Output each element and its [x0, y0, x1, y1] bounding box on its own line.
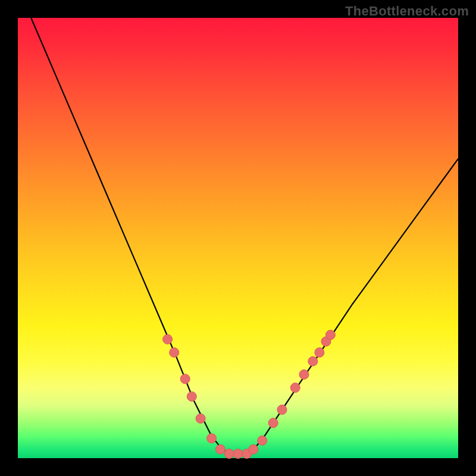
- gradient-plot-area: [18, 18, 458, 458]
- curve-marker: [180, 374, 190, 384]
- curve-layer: [18, 18, 458, 458]
- curve-marker: [268, 418, 278, 428]
- curve-markers-group: [163, 330, 336, 459]
- curve-marker: [163, 334, 173, 344]
- chart-frame: TheBottleneck.com: [0, 0, 476, 476]
- bottleneck-curve-path: [31, 18, 458, 454]
- curve-marker: [215, 444, 225, 454]
- curve-marker: [207, 434, 217, 443]
- curve-marker: [233, 449, 243, 459]
- curve-marker: [249, 444, 258, 454]
- curve-marker: [196, 414, 205, 423]
- curve-marker: [187, 392, 196, 401]
- curve-marker: [170, 347, 179, 357]
- curve-marker: [258, 436, 267, 445]
- curve-marker: [277, 405, 287, 415]
- curve-marker: [325, 330, 335, 340]
- watermark-text: TheBottleneck.com: [345, 4, 469, 19]
- curve-marker: [299, 369, 309, 379]
- curve-marker: [308, 356, 318, 366]
- curve-marker: [224, 449, 234, 459]
- curve-marker: [315, 347, 324, 357]
- curve-marker: [290, 383, 300, 393]
